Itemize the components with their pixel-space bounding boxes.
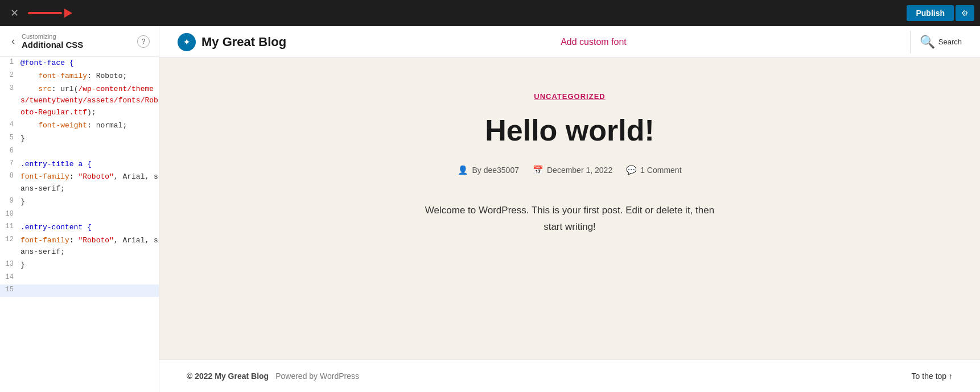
- category-label: UNCATEGORIZED: [534, 92, 605, 101]
- calendar-icon: 📅: [533, 165, 543, 175]
- code-line: 6: [0, 146, 159, 158]
- line-content[interactable]: font-family: "Roboto", Arial, sans-serif…: [18, 171, 159, 195]
- code-line: 13}: [0, 259, 159, 272]
- arrow-head: [64, 9, 72, 18]
- line-number: 1: [0, 57, 18, 66]
- line-number: 11: [0, 222, 18, 230]
- post-meta: 👤 By dee35007 📅 December 1, 2022 💬 1 Com…: [458, 165, 681, 175]
- comments-meta: 💬 1 Comment: [626, 165, 681, 175]
- sidebar-header: ‹ Customizing Additional CSS ?: [0, 26, 159, 57]
- code-line: 9}: [0, 196, 159, 209]
- code-line: 10: [0, 209, 159, 221]
- red-arrow: [28, 9, 72, 18]
- line-content[interactable]: @font-face {: [18, 57, 159, 69]
- arrow-container: [28, 9, 902, 18]
- line-content[interactable]: }: [18, 196, 159, 208]
- line-number: 14: [0, 273, 18, 281]
- preview-header: ✦ My Great Blog Add custom font 🔍 Search: [159, 26, 980, 58]
- comments-label: 1 Comment: [640, 166, 681, 175]
- header-divider: [910, 31, 911, 53]
- code-line: 8font-family: "Roboto", Arial, sans-seri…: [0, 171, 159, 196]
- line-number: 5: [0, 133, 18, 142]
- line-number: 10: [0, 209, 18, 218]
- gear-button[interactable]: ⚙: [956, 5, 974, 21]
- code-line: 15: [0, 284, 159, 297]
- line-content[interactable]: font-family: Roboto;: [18, 71, 159, 82]
- search-label: Search: [938, 38, 962, 46]
- code-line: 11.entry-content {: [0, 221, 159, 234]
- comment-icon: 💬: [626, 165, 637, 175]
- post-title: Hello world!: [485, 114, 654, 147]
- date-label: December 1, 2022: [547, 166, 612, 175]
- sidebar: ‹ Customizing Additional CSS ? 1@font-fa…: [0, 26, 159, 392]
- line-number: 15: [0, 285, 18, 294]
- author-label: By dee35007: [472, 166, 519, 175]
- top-bar: ✕ Publish ⚙: [0, 0, 980, 26]
- line-number: 7: [0, 159, 18, 167]
- blog-logo: ✦ My Great Blog: [178, 33, 286, 51]
- code-line: 5}: [0, 133, 159, 146]
- sidebar-section-title: Additional CSS: [22, 40, 133, 49]
- customizing-label: Customizing: [22, 33, 133, 40]
- code-line: 14: [0, 272, 159, 284]
- preview-area: ✦ My Great Blog Add custom font 🔍 Search…: [159, 26, 980, 392]
- footer-powered: Powered by WordPress: [275, 372, 359, 381]
- line-number: 12: [0, 235, 18, 244]
- search-icon: 🔍: [920, 35, 935, 49]
- sidebar-title-group: Customizing Additional CSS: [22, 33, 133, 49]
- main-content: ‹ Customizing Additional CSS ? 1@font-fa…: [0, 26, 980, 392]
- code-editor[interactable]: 1@font-face {2 font-family: Roboto;3 src…: [0, 57, 159, 392]
- line-number: 9: [0, 196, 18, 205]
- preview-header-center: Add custom font: [286, 37, 901, 47]
- line-content[interactable]: .entry-content {: [18, 222, 159, 234]
- blog-title: My Great Blog: [201, 35, 286, 49]
- date-meta: 📅 December 1, 2022: [533, 165, 612, 175]
- preview-content: UNCATEGORIZED Hello world! 👤 By dee35007…: [159, 58, 980, 360]
- code-line: 4 font-weight: normal;: [0, 119, 159, 133]
- logo-icon: ✦: [178, 33, 196, 51]
- search-area[interactable]: 🔍 Search: [920, 35, 962, 49]
- post-excerpt: Welcome to WordPress. This is your first…: [422, 203, 718, 236]
- footer-left: © 2022 My Great Blog Powered by WordPres…: [187, 372, 359, 381]
- line-content[interactable]: src: url(/wp-content/themes/twentytwenty…: [18, 84, 159, 119]
- author-meta: 👤 By dee35007: [458, 165, 519, 175]
- author-icon: 👤: [458, 165, 468, 175]
- add-custom-font-link[interactable]: Add custom font: [561, 37, 627, 47]
- line-content[interactable]: }: [18, 259, 159, 271]
- code-line: 7.entry-title a {: [0, 158, 159, 171]
- line-content[interactable]: }: [18, 133, 159, 145]
- preview-footer: © 2022 My Great Blog Powered by WordPres…: [159, 360, 980, 392]
- line-content[interactable]: font-weight: normal;: [18, 120, 159, 132]
- arrow-line: [28, 12, 62, 14]
- line-number: 2: [0, 71, 18, 79]
- line-number: 4: [0, 120, 18, 129]
- line-number: 13: [0, 259, 18, 268]
- to-top-link[interactable]: To the top ↑: [912, 372, 953, 381]
- footer-copyright: © 2022 My Great Blog: [187, 372, 269, 381]
- line-number: 8: [0, 171, 18, 180]
- line-number: 3: [0, 84, 18, 92]
- help-button[interactable]: ?: [137, 35, 150, 48]
- line-number: 6: [0, 146, 18, 155]
- close-button[interactable]: ✕: [6, 5, 23, 22]
- line-content[interactable]: .entry-title a {: [18, 159, 159, 171]
- line-content[interactable]: font-family: "Roboto", Arial, sans-serif…: [18, 235, 159, 259]
- code-line: 3 src: url(/wp-content/themes/twentytwen…: [0, 83, 159, 119]
- code-line: 2 font-family: Roboto;: [0, 70, 159, 83]
- back-button[interactable]: ‹: [9, 34, 17, 48]
- code-line: 1@font-face {: [0, 57, 159, 70]
- code-line: 12font-family: "Roboto", Arial, sans-ser…: [0, 234, 159, 259]
- publish-button[interactable]: Publish: [907, 5, 954, 21]
